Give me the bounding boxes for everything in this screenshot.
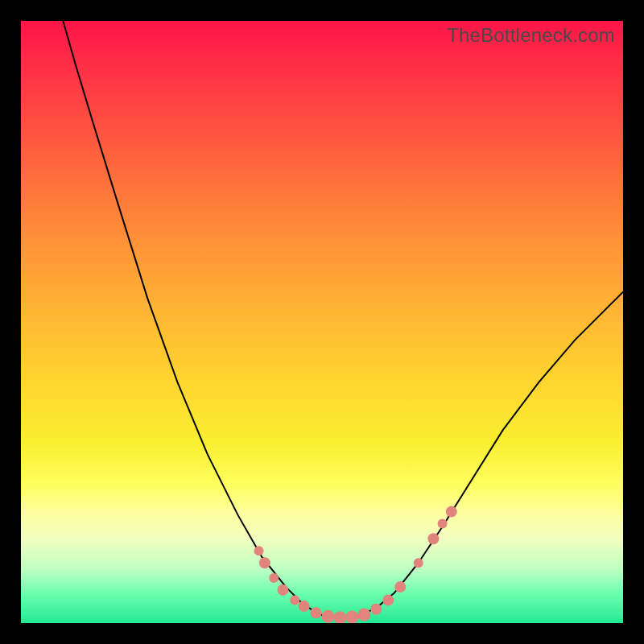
data-point bbox=[322, 610, 335, 623]
data-point bbox=[345, 611, 358, 624]
data-point bbox=[311, 607, 322, 618]
data-point bbox=[438, 519, 448, 529]
data-point bbox=[299, 601, 310, 612]
plot-area: TheBottleneck.com bbox=[21, 21, 623, 623]
data-point bbox=[290, 596, 299, 605]
chart-frame: TheBottleneck.com bbox=[0, 0, 644, 644]
data-point bbox=[394, 581, 406, 592]
scatter-points bbox=[254, 506, 457, 623]
data-point bbox=[414, 558, 423, 568]
data-point bbox=[446, 506, 457, 518]
data-point bbox=[259, 557, 270, 568]
data-point bbox=[357, 609, 370, 621]
data-point bbox=[333, 611, 346, 623]
chart-overlay bbox=[21, 21, 623, 623]
data-point bbox=[370, 604, 382, 615]
data-point bbox=[427, 533, 439, 544]
data-point bbox=[382, 595, 394, 606]
data-point bbox=[269, 573, 279, 583]
data-point bbox=[254, 546, 264, 555]
bottleneck-curve bbox=[63, 21, 623, 618]
data-point bbox=[277, 584, 288, 596]
